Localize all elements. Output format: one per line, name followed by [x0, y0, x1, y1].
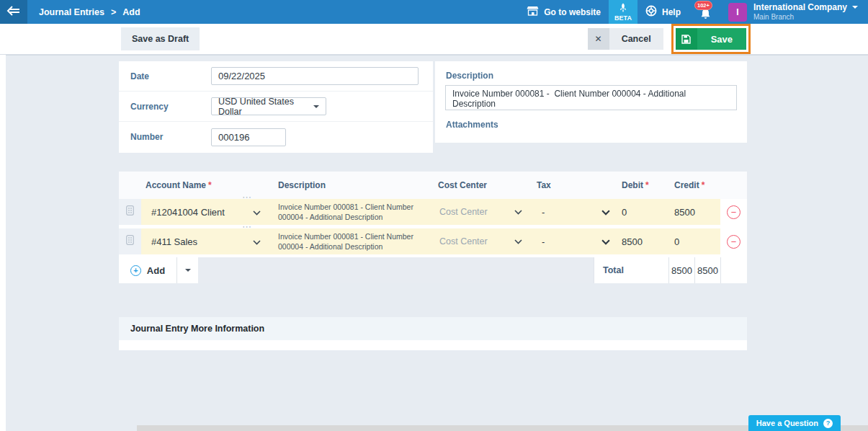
ellipsis-handle: ⋯ — [242, 192, 252, 203]
chevron-down-icon — [185, 269, 191, 272]
notifications-button[interactable]: 102+ — [694, 0, 717, 24]
minus-circle-icon: − — [731, 208, 737, 217]
action-toolbar: Save as Draft ✕ Cancel Save — [0, 24, 868, 55]
currency-row: Currency USD United States Dollar — [119, 92, 433, 122]
cancel-button[interactable]: ✕ Cancel — [588, 28, 663, 50]
plus-circle-icon: + — [130, 265, 141, 276]
chevron-down-icon — [313, 105, 319, 108]
add-row-button[interactable]: + Add — [119, 257, 176, 283]
remove-row-button[interactable]: − — [727, 205, 741, 219]
currency-select[interactable]: USD United States Dollar — [211, 97, 326, 115]
remove-row-cell: − — [720, 228, 747, 254]
column-header-tax: Tax — [531, 180, 616, 190]
currency-label: Currency — [119, 102, 211, 112]
remove-row-button[interactable]: − — [727, 235, 741, 249]
line-description-input[interactable]: Invoice Number 000081 - Client Number 00… — [272, 199, 432, 225]
topbar-actions: Go to website BETA Help 102+ I Internati… — [519, 0, 868, 24]
number-row: Number — [119, 122, 433, 152]
column-header-cost-center: Cost Center — [432, 180, 531, 190]
save-button[interactable]: Save — [676, 28, 746, 50]
currency-value: USD United States Dollar — [218, 97, 313, 117]
chevron-down-icon — [514, 236, 522, 246]
tax-select[interactable]: - — [531, 199, 616, 225]
column-header-account: Account Name* — [141, 180, 272, 190]
cost-center-select[interactable]: Cost Center — [432, 228, 531, 254]
row-drag-handle[interactable] — [119, 199, 141, 225]
credit-input[interactable]: 0 — [668, 228, 720, 254]
avatar[interactable]: I — [728, 3, 747, 22]
cancel-label: Cancel — [609, 28, 663, 50]
add-label: Add — [147, 265, 165, 276]
description-textarea[interactable]: Invoice Number 000081 - Client Number 00… — [445, 85, 737, 110]
have-a-question-label: Have a Question — [756, 419, 818, 427]
help-link[interactable]: Help — [637, 0, 689, 24]
top-navigation-bar: Journal Entries > Add Go to website BETA… — [0, 0, 868, 24]
tax-value: - — [542, 236, 545, 247]
breadcrumb: Journal Entries > Add — [39, 7, 140, 17]
minus-circle-icon: − — [731, 237, 737, 246]
more-information-header[interactable]: Journal Entry More Information — [119, 317, 747, 340]
rocket-icon — [619, 3, 627, 14]
attachments-label: Attachments — [446, 120, 747, 130]
notification-badge: 102+ — [694, 1, 712, 10]
remove-row-cell: − — [720, 199, 747, 225]
have-a-question-button[interactable]: Have a Question ? — [748, 415, 841, 431]
tax-value: - — [542, 207, 545, 218]
cost-center-placeholder: Cost Center — [439, 236, 488, 246]
go-to-website-label: Go to website — [544, 7, 601, 17]
table-row: ⋯ #12041004 Client Invoice Number 000081… — [119, 199, 747, 225]
breadcrumb-section[interactable]: Journal Entries — [39, 7, 104, 17]
breadcrumb-separator: > — [111, 7, 116, 17]
required-marker: * — [645, 180, 649, 190]
save-label: Save — [697, 28, 746, 50]
floppy-disk-icon — [676, 28, 697, 50]
line-description-input[interactable]: Invoice Number 000081 - Client Number 00… — [272, 228, 432, 254]
chevron-down-icon — [253, 236, 261, 247]
chevron-down-icon — [852, 6, 858, 9]
cost-center-placeholder: Cost Center — [439, 207, 488, 217]
chevron-down-icon — [601, 207, 610, 218]
account-value: #411 Sales — [151, 236, 197, 247]
beta-button[interactable]: BETA — [609, 0, 637, 24]
debit-input[interactable]: 8500 — [616, 228, 668, 254]
save-as-draft-button[interactable]: Save as Draft — [121, 27, 200, 50]
row-drag-handle[interactable] — [119, 228, 141, 254]
credit-input[interactable]: 8500 — [668, 199, 720, 225]
number-input[interactable] — [211, 128, 286, 146]
toolbar-right-group: ✕ Cancel Save — [588, 24, 751, 54]
column-header-description: Description — [272, 180, 432, 190]
journal-entry-form-card: Date Currency USD United States Dollar N… — [119, 61, 433, 153]
company-menu[interactable]: International Company Main Branch — [753, 2, 858, 22]
chevron-down-icon — [253, 207, 261, 218]
journal-lines-table: Account Name* Description Cost Center Ta… — [119, 172, 747, 283]
required-marker: * — [702, 180, 705, 190]
date-input[interactable] — [211, 67, 419, 85]
total-debit: 8500 — [668, 257, 694, 283]
total-label: Total — [594, 257, 668, 283]
account-value: #12041004 Client — [151, 207, 225, 218]
back-button[interactable] — [0, 0, 27, 24]
more-information-section: Journal Entry More Information — [119, 317, 747, 350]
close-icon: ✕ — [588, 28, 609, 50]
save-button-highlight: Save — [671, 24, 751, 54]
account-select[interactable]: ⋯ #411 Sales — [141, 228, 272, 254]
column-header-debit: Debit* — [616, 180, 668, 190]
grip-icon — [126, 235, 134, 248]
column-header-credit: Credit* — [668, 180, 720, 190]
total-credit: 8500 — [694, 257, 720, 283]
description-label: Description — [446, 71, 747, 81]
breadcrumb-page: Add — [122, 7, 140, 17]
cost-center-select[interactable]: Cost Center — [432, 199, 531, 225]
tax-select[interactable]: - — [531, 228, 616, 254]
footer-spacer — [198, 257, 594, 283]
bell-icon — [699, 8, 712, 23]
table-row: ⋯ #411 Sales Invoice Number 000081 - Cli… — [119, 228, 747, 254]
branch-label: Main Branch — [753, 13, 858, 22]
ellipsis-handle: ⋯ — [242, 221, 252, 232]
total-end-cell — [720, 257, 747, 283]
account-select[interactable]: ⋯ #12041004 Client — [141, 199, 272, 225]
add-options-button[interactable] — [176, 257, 198, 283]
chevron-down-icon — [514, 207, 522, 217]
go-to-website-link[interactable]: Go to website — [519, 0, 609, 24]
debit-input[interactable]: 0 — [616, 199, 668, 225]
